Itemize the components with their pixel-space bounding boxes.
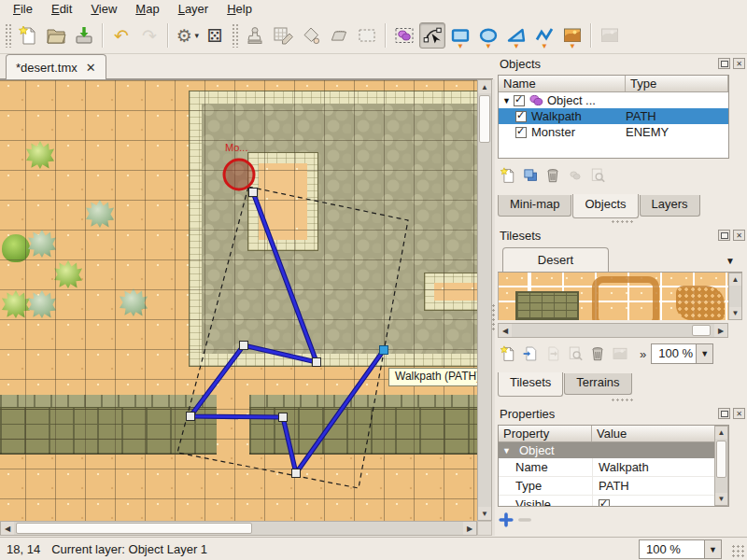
import-tileset-button[interactable] [520, 343, 541, 364]
insert-rectangle-button[interactable]: ▼ [447, 22, 473, 49]
object-properties-button[interactable] [587, 165, 608, 186]
map-horizontal-scrollbar[interactable]: ◀ ▶ [0, 521, 477, 536]
scroll-up-icon[interactable]: ▲ [729, 273, 741, 286]
scroll-left-icon[interactable]: ◀ [1, 522, 14, 535]
menu-layer[interactable]: Layer [169, 1, 218, 17]
tileset-view[interactable] [498, 273, 729, 320]
walkpath-vertex[interactable] [279, 413, 288, 422]
property-value[interactable]: Walkpath [592, 458, 728, 476]
tileset-properties-button[interactable] [610, 343, 630, 364]
rect-select-button[interactable] [354, 22, 380, 49]
column-header-name[interactable]: Name [499, 76, 626, 91]
duplicate-object-button[interactable] [520, 165, 541, 186]
move-object-button[interactable] [565, 165, 585, 186]
tileset-zoom-combo[interactable]: 100 % ▼ [651, 343, 713, 364]
map-vscroll-thumb[interactable] [479, 95, 490, 143]
property-row-name[interactable]: NameWalkpath [499, 458, 728, 477]
insert-polyline-button[interactable]: ▼ [531, 22, 557, 49]
document-tab[interactable]: *desert.tmx ✕ [6, 54, 106, 79]
map-canvas[interactable]: Mo... Walkpath (PATH) [0, 79, 477, 522]
menu-edit[interactable]: Edit [42, 1, 81, 17]
dropdown-icon[interactable]: ▾ [194, 31, 199, 40]
insert-tile-object-button[interactable]: ▼ [559, 22, 585, 49]
visibility-checkbox[interactable] [515, 111, 527, 122]
new-file-button[interactable] [15, 22, 41, 49]
window-resize-grip[interactable] [731, 544, 744, 557]
save-button[interactable] [71, 22, 97, 49]
export-tileset-button[interactable] [543, 343, 563, 364]
menu-file[interactable]: File [4, 1, 42, 17]
insert-ellipse-button[interactable]: ▼ [475, 22, 501, 49]
tileset-horizontal-scrollbar[interactable]: ◀ ▶ [498, 323, 728, 338]
property-row-visible[interactable]: Visible [499, 496, 728, 507]
scroll-right-icon[interactable]: ▶ [714, 324, 727, 337]
visibility-checkbox[interactable] [514, 95, 525, 106]
monster-ellipse-object[interactable] [224, 160, 254, 189]
close-dock-button[interactable]: ✕ [733, 230, 745, 241]
float-dock-button[interactable] [718, 408, 730, 419]
walkpath-vertex[interactable] [313, 358, 321, 367]
scroll-down-icon[interactable]: ▼ [715, 493, 727, 505]
column-header-value[interactable]: Value [592, 426, 728, 441]
tileset-dropdown-icon[interactable]: ▼ [726, 256, 735, 266]
tileset-dither-patch[interactable] [676, 286, 725, 320]
eraser-button[interactable] [326, 22, 352, 49]
scroll-down-icon[interactable]: ▼ [478, 507, 491, 520]
object-row-object-[interactable]: ▼Object ... [499, 92, 728, 108]
walkpath-vertex[interactable] [240, 342, 248, 350]
bucket-fill-button[interactable] [298, 22, 324, 49]
object-row-monster[interactable]: MonsterENEMY [499, 124, 728, 140]
open-button[interactable] [43, 22, 69, 49]
insert-polygon-button[interactable]: ▼ [503, 22, 529, 49]
column-header-type[interactable]: Type [626, 76, 728, 91]
map-hscroll-thumb[interactable] [16, 523, 252, 534]
tab-mini-map[interactable]: Mini-map [498, 195, 571, 217]
float-dock-button[interactable] [718, 230, 730, 241]
column-header-property[interactable]: Property [499, 426, 592, 441]
walkpath-vertex[interactable] [249, 189, 258, 197]
dock-splitter[interactable] [498, 217, 747, 225]
tab-terrains[interactable]: Terrains [564, 373, 631, 395]
scroll-up-icon[interactable]: ▲ [478, 80, 491, 93]
new-tileset-button[interactable] [498, 343, 518, 364]
property-value[interactable]: PATH [592, 477, 728, 495]
select-objects-button[interactable] [391, 22, 417, 49]
scroll-up-icon[interactable]: ▲ [715, 427, 727, 439]
add-property-button[interactable] [498, 512, 514, 527]
menu-view[interactable]: View [81, 1, 126, 17]
walkpath-polyline[interactable] [190, 192, 384, 473]
automap-button[interactable]: ⚙▾ [174, 22, 200, 49]
terrain-brush-button[interactable] [270, 22, 296, 49]
tab-layers[interactable]: Layers [640, 195, 700, 217]
toolbar-grip[interactable] [5, 23, 11, 48]
menu-map[interactable]: Map [126, 1, 168, 17]
more-buttons-icon[interactable]: » [640, 347, 646, 361]
redo-button[interactable]: ↷ [136, 22, 162, 49]
remove-tileset-button[interactable] [587, 343, 608, 364]
properties-scroll-thumb[interactable] [716, 441, 726, 478]
walkpath-vertex[interactable] [292, 469, 301, 478]
properties-scrollbar[interactable]: ▲ ▼ [714, 426, 728, 506]
menu-help[interactable]: Help [218, 1, 261, 17]
visibility-checkbox[interactable] [515, 127, 527, 138]
edit-tileset-button[interactable] [565, 343, 585, 364]
tileset-tab-desert[interactable]: Desert [502, 247, 609, 272]
combo-dropdown-icon[interactable]: ▼ [696, 344, 712, 363]
remove-object-button[interactable] [543, 165, 563, 186]
collapse-icon[interactable]: ▼ [502, 446, 511, 455]
undo-button[interactable]: ↶ [108, 22, 134, 49]
tileset-hscroll-thumb[interactable] [692, 325, 711, 336]
random-mode-button[interactable]: ⚄ [202, 22, 228, 49]
tileset-brick-tile[interactable] [515, 291, 579, 320]
toolbar-grip[interactable] [232, 23, 238, 48]
edit-polygons-button[interactable] [419, 22, 445, 49]
property-row-type[interactable]: TypePATH [499, 477, 728, 496]
combo-dropdown-icon[interactable]: ▼ [704, 540, 721, 558]
value-checkbox[interactable] [599, 499, 610, 508]
tileset-vertical-scrollbar[interactable]: ▲ ▼ [728, 273, 742, 320]
object-row-walkpath[interactable]: WalkpathPATH [499, 108, 728, 124]
property-value[interactable] [592, 496, 728, 507]
close-dock-button[interactable]: ✕ [733, 408, 745, 419]
expander-icon[interactable]: ▼ [502, 96, 511, 105]
walkpath-vertex[interactable] [187, 413, 195, 421]
